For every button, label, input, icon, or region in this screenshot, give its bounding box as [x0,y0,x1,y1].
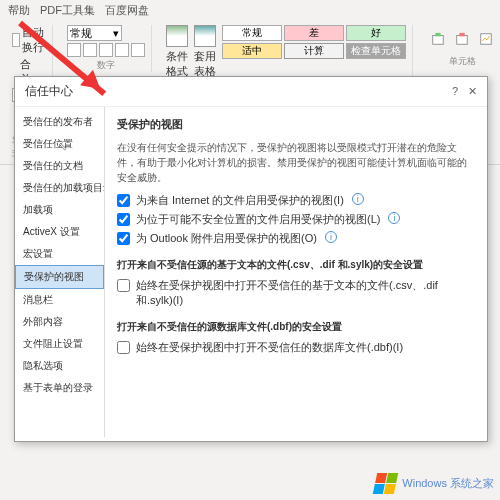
text-files-heading: 打开来自不受信任源的基于文本的文件(.csv、.dif 和.sylk)的安全设置 [117,258,475,272]
cells-label: 单元格 [449,55,476,68]
sidebar-protected-view[interactable]: 受保护的视图 [15,265,104,289]
svg-rect-1 [435,33,440,37]
trust-center-content: 受保护的视图 在没有任何安全提示的情况下，受保护的视图将以受限模式打开潜在的危险… [105,107,487,437]
chk-outlook-attachments[interactable]: 为 Outlook 附件启用受保护的视图(O)i [117,231,475,246]
cells-group: 单元格 [421,25,500,68]
svg-rect-2 [457,36,468,45]
sidebar-privacy[interactable]: 隐私选项 [15,355,104,377]
number-label: 数字 [97,59,115,72]
windows-logo-icon [373,473,398,494]
watermark-text: Windows 系统之家 [402,476,494,491]
close-icon[interactable]: ✕ [468,85,477,98]
ribbon-tabs: 帮助 PDF工具集 百度网盘 [0,0,500,21]
dbf-files-heading: 打开来自不受信任的源数据库文件(.dbf)的安全设置 [117,320,475,334]
sidebar-external-content[interactable]: 外部内容 [15,311,104,333]
sidebar-form-login[interactable]: 基于表单的登录 [15,377,104,399]
percent-icon[interactable] [83,43,97,57]
chk-internet-files[interactable]: 为来自 Internet 的文件启用受保护的视图(I)i [117,193,475,208]
mouse-cursor-icon: ↖ [56,137,68,153]
trust-center-dialog: 信任中心 ? ✕ 受信任的发布者 受信任位置 受信任的文档 受信任的加载项目录 … [14,76,488,442]
info-icon[interactable]: i [325,231,337,243]
tab-pdf[interactable]: PDF工具集 [40,3,95,18]
dialog-titlebar: 信任中心 ? ✕ [15,77,487,107]
dec-dec-icon[interactable] [131,43,145,57]
protected-view-description: 在没有任何安全提示的情况下，受保护的视图将以受限模式打开潜在的危险文件，有助于最… [117,140,475,185]
currency-icon[interactable] [67,43,81,57]
help-icon[interactable]: ? [452,85,458,98]
tab-baidu[interactable]: 百度网盘 [105,3,149,18]
chk-dbf-files[interactable]: 始终在受保护视图中打开不受信任的数据库文件(.dbf)(I) [117,340,475,355]
svg-rect-0 [433,36,444,45]
sidebar-message-bar[interactable]: 消息栏 [15,289,104,311]
style-good[interactable]: 好 [346,25,406,41]
sidebar-activex[interactable]: ActiveX 设置 [15,221,104,243]
chk-unsafe-locations[interactable]: 为位于可能不安全位置的文件启用受保护的视图(L)i [117,212,475,227]
info-icon[interactable]: i [352,193,364,205]
style-calc[interactable]: 计算 [284,43,344,59]
info-icon[interactable]: i [388,212,400,224]
dialog-title: 信任中心 [25,83,73,100]
svg-rect-3 [459,33,464,37]
sidebar-trusted-addin-catalogs[interactable]: 受信任的加载项目录 [15,177,104,199]
chk-text-files[interactable]: 始终在受保护视图中打开不受信任的基于文本的文件(.csv、.dif 和.sylk… [117,278,475,308]
style-neutral[interactable]: 适中 [222,43,282,59]
cond-format-button[interactable]: 条件格式 [166,25,188,79]
style-normal[interactable]: 常规 [222,25,282,41]
trust-center-sidebar: 受信任的发布者 受信任位置 受信任的文档 受信任的加载项目录 加载项 Activ… [15,107,105,437]
protected-view-heading: 受保护的视图 [117,117,475,132]
number-format-combo[interactable]: 常规▾ [67,25,122,41]
sidebar-macros[interactable]: 宏设置 [15,243,104,265]
watermark: Windows 系统之家 [375,473,494,494]
sidebar-file-block[interactable]: 文件阻止设置 [15,333,104,355]
insert-cells-icon[interactable] [427,25,449,53]
sidebar-trusted-publishers[interactable]: 受信任的发布者 [15,111,104,133]
tab-help[interactable]: 帮助 [8,3,30,18]
cell-styles-gallery[interactable]: 常规 差 好 适中 计算 检查单元格 [222,25,406,59]
comma-icon[interactable] [99,43,113,57]
style-check[interactable]: 检查单元格 [346,43,406,59]
style-bad[interactable]: 差 [284,25,344,41]
delete-cells-icon[interactable] [451,25,473,53]
format-cells-icon[interactable] [475,25,497,53]
sidebar-trusted-documents[interactable]: 受信任的文档 [15,155,104,177]
sidebar-addins[interactable]: 加载项 [15,199,104,221]
wrap-text-button[interactable]: 自动换行 [12,25,46,55]
number-group: 常规▾ 数字 [61,25,152,72]
inc-dec-icon[interactable] [115,43,129,57]
